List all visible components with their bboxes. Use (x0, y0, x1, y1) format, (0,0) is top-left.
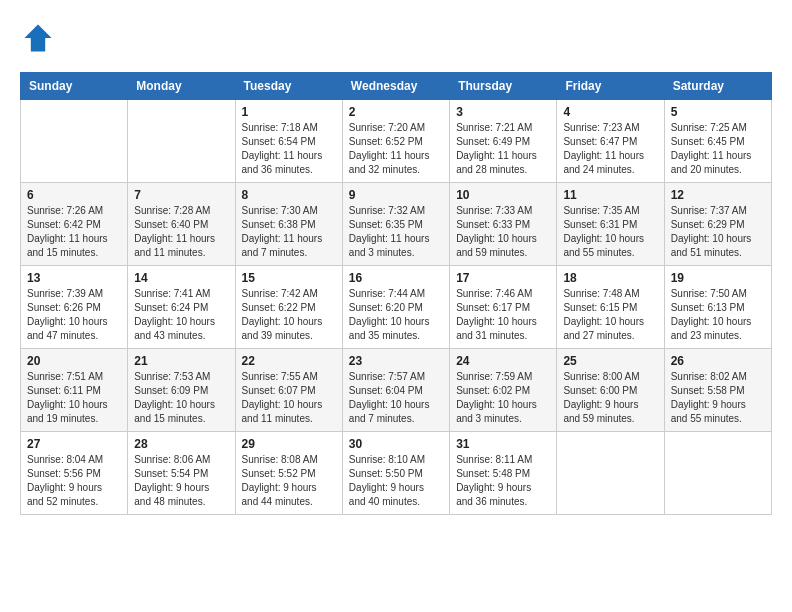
calendar-cell: 25Sunrise: 8:00 AM Sunset: 6:00 PM Dayli… (557, 349, 664, 432)
logo (20, 20, 62, 56)
calendar-cell: 26Sunrise: 8:02 AM Sunset: 5:58 PM Dayli… (664, 349, 771, 432)
week-row-4: 20Sunrise: 7:51 AM Sunset: 6:11 PM Dayli… (21, 349, 772, 432)
day-detail: Sunrise: 7:32 AM Sunset: 6:35 PM Dayligh… (349, 204, 443, 260)
day-detail: Sunrise: 7:48 AM Sunset: 6:15 PM Dayligh… (563, 287, 657, 343)
day-header-monday: Monday (128, 73, 235, 100)
calendar-cell: 28Sunrise: 8:06 AM Sunset: 5:54 PM Dayli… (128, 432, 235, 515)
svg-marker-1 (25, 25, 52, 40)
day-detail: Sunrise: 8:06 AM Sunset: 5:54 PM Dayligh… (134, 453, 228, 509)
day-number: 25 (563, 354, 657, 368)
day-number: 15 (242, 271, 336, 285)
calendar-cell: 10Sunrise: 7:33 AM Sunset: 6:33 PM Dayli… (450, 183, 557, 266)
calendar-cell: 19Sunrise: 7:50 AM Sunset: 6:13 PM Dayli… (664, 266, 771, 349)
day-detail: Sunrise: 8:11 AM Sunset: 5:48 PM Dayligh… (456, 453, 550, 509)
calendar-cell: 6Sunrise: 7:26 AM Sunset: 6:42 PM Daylig… (21, 183, 128, 266)
calendar-cell: 3Sunrise: 7:21 AM Sunset: 6:49 PM Daylig… (450, 100, 557, 183)
day-header-thursday: Thursday (450, 73, 557, 100)
calendar-cell: 13Sunrise: 7:39 AM Sunset: 6:26 PM Dayli… (21, 266, 128, 349)
day-detail: Sunrise: 8:00 AM Sunset: 6:00 PM Dayligh… (563, 370, 657, 426)
day-detail: Sunrise: 7:39 AM Sunset: 6:26 PM Dayligh… (27, 287, 121, 343)
day-detail: Sunrise: 7:20 AM Sunset: 6:52 PM Dayligh… (349, 121, 443, 177)
day-detail: Sunrise: 7:35 AM Sunset: 6:31 PM Dayligh… (563, 204, 657, 260)
day-number: 17 (456, 271, 550, 285)
day-detail: Sunrise: 8:10 AM Sunset: 5:50 PM Dayligh… (349, 453, 443, 509)
day-number: 11 (563, 188, 657, 202)
day-number: 18 (563, 271, 657, 285)
calendar-cell (128, 100, 235, 183)
calendar-cell: 21Sunrise: 7:53 AM Sunset: 6:09 PM Dayli… (128, 349, 235, 432)
day-detail: Sunrise: 7:41 AM Sunset: 6:24 PM Dayligh… (134, 287, 228, 343)
day-header-wednesday: Wednesday (342, 73, 449, 100)
day-detail: Sunrise: 7:37 AM Sunset: 6:29 PM Dayligh… (671, 204, 765, 260)
day-detail: Sunrise: 8:04 AM Sunset: 5:56 PM Dayligh… (27, 453, 121, 509)
day-detail: Sunrise: 7:55 AM Sunset: 6:07 PM Dayligh… (242, 370, 336, 426)
calendar-cell: 4Sunrise: 7:23 AM Sunset: 6:47 PM Daylig… (557, 100, 664, 183)
day-detail: Sunrise: 7:25 AM Sunset: 6:45 PM Dayligh… (671, 121, 765, 177)
day-header-friday: Friday (557, 73, 664, 100)
calendar-cell: 11Sunrise: 7:35 AM Sunset: 6:31 PM Dayli… (557, 183, 664, 266)
calendar-cell: 8Sunrise: 7:30 AM Sunset: 6:38 PM Daylig… (235, 183, 342, 266)
day-detail: Sunrise: 8:08 AM Sunset: 5:52 PM Dayligh… (242, 453, 336, 509)
calendar-cell: 23Sunrise: 7:57 AM Sunset: 6:04 PM Dayli… (342, 349, 449, 432)
day-number: 5 (671, 105, 765, 119)
day-number: 3 (456, 105, 550, 119)
day-detail: Sunrise: 7:33 AM Sunset: 6:33 PM Dayligh… (456, 204, 550, 260)
page-header (20, 20, 772, 56)
day-number: 9 (349, 188, 443, 202)
calendar-cell (664, 432, 771, 515)
calendar-cell (21, 100, 128, 183)
day-number: 2 (349, 105, 443, 119)
calendar-cell: 24Sunrise: 7:59 AM Sunset: 6:02 PM Dayli… (450, 349, 557, 432)
calendar-cell: 30Sunrise: 8:10 AM Sunset: 5:50 PM Dayli… (342, 432, 449, 515)
day-number: 24 (456, 354, 550, 368)
calendar-cell: 31Sunrise: 8:11 AM Sunset: 5:48 PM Dayli… (450, 432, 557, 515)
day-detail: Sunrise: 7:53 AM Sunset: 6:09 PM Dayligh… (134, 370, 228, 426)
calendar-cell: 2Sunrise: 7:20 AM Sunset: 6:52 PM Daylig… (342, 100, 449, 183)
day-detail: Sunrise: 7:50 AM Sunset: 6:13 PM Dayligh… (671, 287, 765, 343)
day-number: 19 (671, 271, 765, 285)
day-number: 29 (242, 437, 336, 451)
calendar-cell: 5Sunrise: 7:25 AM Sunset: 6:45 PM Daylig… (664, 100, 771, 183)
day-number: 6 (27, 188, 121, 202)
logo-icon (20, 20, 56, 56)
day-detail: Sunrise: 7:42 AM Sunset: 6:22 PM Dayligh… (242, 287, 336, 343)
day-number: 4 (563, 105, 657, 119)
calendar-cell: 16Sunrise: 7:44 AM Sunset: 6:20 PM Dayli… (342, 266, 449, 349)
day-header-saturday: Saturday (664, 73, 771, 100)
day-detail: Sunrise: 7:57 AM Sunset: 6:04 PM Dayligh… (349, 370, 443, 426)
day-detail: Sunrise: 7:21 AM Sunset: 6:49 PM Dayligh… (456, 121, 550, 177)
week-row-1: 1Sunrise: 7:18 AM Sunset: 6:54 PM Daylig… (21, 100, 772, 183)
day-number: 20 (27, 354, 121, 368)
calendar-cell: 18Sunrise: 7:48 AM Sunset: 6:15 PM Dayli… (557, 266, 664, 349)
day-number: 21 (134, 354, 228, 368)
day-number: 31 (456, 437, 550, 451)
day-detail: Sunrise: 7:18 AM Sunset: 6:54 PM Dayligh… (242, 121, 336, 177)
day-number: 26 (671, 354, 765, 368)
calendar-cell: 14Sunrise: 7:41 AM Sunset: 6:24 PM Dayli… (128, 266, 235, 349)
calendar-cell: 27Sunrise: 8:04 AM Sunset: 5:56 PM Dayli… (21, 432, 128, 515)
day-detail: Sunrise: 8:02 AM Sunset: 5:58 PM Dayligh… (671, 370, 765, 426)
day-number: 23 (349, 354, 443, 368)
day-header-tuesday: Tuesday (235, 73, 342, 100)
day-number: 28 (134, 437, 228, 451)
day-number: 8 (242, 188, 336, 202)
calendar-cell: 22Sunrise: 7:55 AM Sunset: 6:07 PM Dayli… (235, 349, 342, 432)
calendar-cell: 12Sunrise: 7:37 AM Sunset: 6:29 PM Dayli… (664, 183, 771, 266)
week-row-5: 27Sunrise: 8:04 AM Sunset: 5:56 PM Dayli… (21, 432, 772, 515)
day-number: 10 (456, 188, 550, 202)
day-detail: Sunrise: 7:28 AM Sunset: 6:40 PM Dayligh… (134, 204, 228, 260)
header-row: SundayMondayTuesdayWednesdayThursdayFrid… (21, 73, 772, 100)
calendar-cell: 20Sunrise: 7:51 AM Sunset: 6:11 PM Dayli… (21, 349, 128, 432)
day-detail: Sunrise: 7:30 AM Sunset: 6:38 PM Dayligh… (242, 204, 336, 260)
day-detail: Sunrise: 7:23 AM Sunset: 6:47 PM Dayligh… (563, 121, 657, 177)
day-detail: Sunrise: 7:51 AM Sunset: 6:11 PM Dayligh… (27, 370, 121, 426)
day-detail: Sunrise: 7:26 AM Sunset: 6:42 PM Dayligh… (27, 204, 121, 260)
week-row-3: 13Sunrise: 7:39 AM Sunset: 6:26 PM Dayli… (21, 266, 772, 349)
day-detail: Sunrise: 7:46 AM Sunset: 6:17 PM Dayligh… (456, 287, 550, 343)
day-number: 27 (27, 437, 121, 451)
calendar-cell: 15Sunrise: 7:42 AM Sunset: 6:22 PM Dayli… (235, 266, 342, 349)
calendar-cell: 9Sunrise: 7:32 AM Sunset: 6:35 PM Daylig… (342, 183, 449, 266)
calendar-cell: 29Sunrise: 8:08 AM Sunset: 5:52 PM Dayli… (235, 432, 342, 515)
calendar-table: SundayMondayTuesdayWednesdayThursdayFrid… (20, 72, 772, 515)
day-number: 16 (349, 271, 443, 285)
